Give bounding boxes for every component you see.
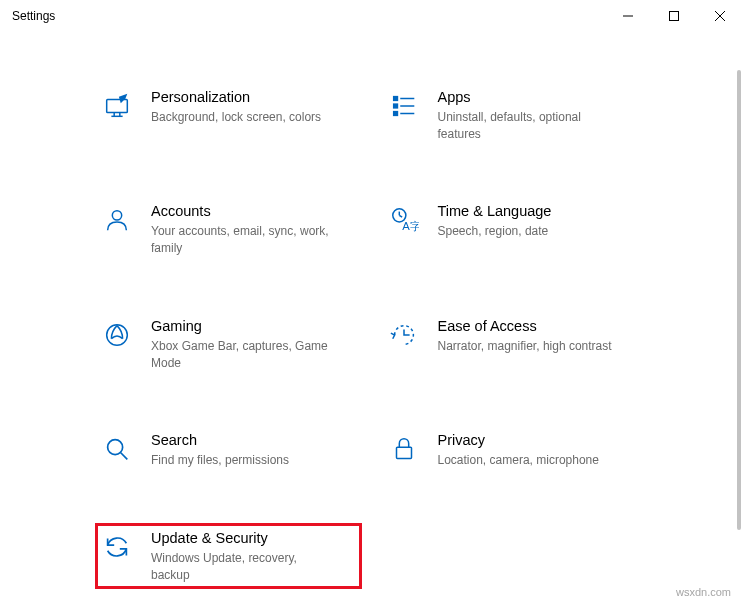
svg-rect-22 (396, 447, 411, 458)
titlebar: Settings (0, 0, 743, 32)
category-gaming[interactable]: Gaming Xbox Game Bar, captures, Game Mod… (95, 311, 362, 377)
category-ease-of-access[interactable]: Ease of Access Narrator, magnifier, high… (382, 311, 649, 377)
close-icon (715, 11, 725, 21)
minimize-icon (623, 11, 633, 21)
category-title: Personalization (151, 88, 321, 107)
category-title: Apps (438, 88, 618, 107)
privacy-icon (388, 433, 420, 465)
category-time-language[interactable]: A字 Time & Language Speech, region, date (382, 196, 649, 262)
category-accounts[interactable]: Accounts Your accounts, email, sync, wor… (95, 196, 362, 262)
category-search[interactable]: Search Find my files, permissions (95, 425, 362, 475)
accounts-icon (101, 204, 133, 236)
svg-rect-8 (393, 97, 397, 101)
category-update-security[interactable]: Update & Security Windows Update, recove… (95, 523, 362, 589)
svg-point-14 (112, 211, 121, 220)
window-controls (605, 0, 743, 32)
gaming-icon (101, 319, 133, 351)
watermark: wsxdn.com (676, 586, 731, 598)
update-security-icon (101, 531, 133, 563)
category-privacy[interactable]: Privacy Location, camera, microphone (382, 425, 649, 475)
category-personalization[interactable]: Personalization Background, lock screen,… (95, 82, 362, 148)
category-title: Accounts (151, 202, 331, 221)
close-button[interactable] (697, 0, 743, 32)
maximize-button[interactable] (651, 0, 697, 32)
category-desc: Xbox Game Bar, captures, Game Mode (151, 338, 331, 372)
ease-of-access-icon (388, 319, 420, 351)
svg-rect-12 (393, 112, 397, 116)
scrollbar[interactable] (735, 70, 742, 530)
category-desc: Background, lock screen, colors (151, 109, 321, 126)
category-title: Update & Security (151, 529, 331, 548)
personalization-icon (101, 90, 133, 122)
svg-rect-10 (393, 104, 397, 108)
category-desc: Your accounts, email, sync, work, family (151, 223, 331, 257)
category-desc: Location, camera, microphone (438, 452, 599, 469)
category-title: Search (151, 431, 289, 450)
category-title: Ease of Access (438, 317, 612, 336)
svg-rect-1 (670, 12, 679, 21)
svg-line-17 (399, 216, 402, 218)
search-icon (101, 433, 133, 465)
time-language-icon: A字 (388, 204, 420, 236)
category-desc: Speech, region, date (438, 223, 552, 240)
category-title: Privacy (438, 431, 599, 450)
category-desc: Uninstall, defaults, optional features (438, 109, 618, 143)
apps-icon (388, 90, 420, 122)
settings-grid: Personalization Background, lock screen,… (0, 32, 743, 589)
svg-point-20 (108, 440, 123, 455)
svg-line-21 (121, 453, 128, 460)
category-apps[interactable]: Apps Uninstall, defaults, optional featu… (382, 82, 649, 148)
svg-rect-4 (107, 99, 128, 112)
svg-text:A字: A字 (402, 221, 419, 233)
minimize-button[interactable] (605, 0, 651, 32)
scrollbar-thumb[interactable] (737, 70, 741, 530)
category-title: Time & Language (438, 202, 552, 221)
window-title: Settings (12, 9, 55, 23)
maximize-icon (669, 11, 679, 21)
category-desc: Windows Update, recovery, backup (151, 550, 331, 584)
category-title: Gaming (151, 317, 331, 336)
category-desc: Find my files, permissions (151, 452, 289, 469)
svg-point-19 (107, 325, 128, 346)
category-desc: Narrator, magnifier, high contrast (438, 338, 612, 355)
